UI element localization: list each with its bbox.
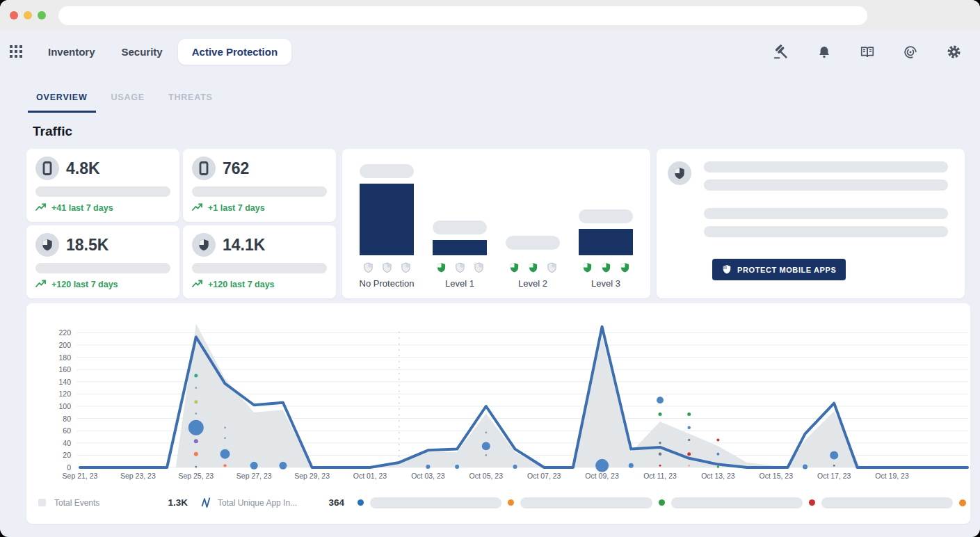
level-bar xyxy=(433,240,487,255)
skeleton-bar xyxy=(35,263,170,273)
scatter-point xyxy=(659,442,661,444)
shield-gray-icon xyxy=(455,262,465,273)
y-tick-label: 60 xyxy=(63,426,71,435)
stat-card-apps-total: 4.8K +41 last 7 days xyxy=(26,149,179,222)
x-tick-label: Oct 15, 23 xyxy=(760,472,794,480)
legend-skeleton-item xyxy=(358,497,501,508)
traffic-chart-card: 020406080100120140160180200220Sep 21, 23… xyxy=(26,303,970,524)
skeleton-line xyxy=(704,179,948,191)
x-tick-label: Oct 03, 23 xyxy=(411,472,445,480)
shield-green-icon xyxy=(601,262,611,273)
legend-skeleton-item xyxy=(659,497,803,508)
scatter-point xyxy=(188,420,204,435)
trend-label: +120 last 7 days xyxy=(208,280,275,289)
trend-up-icon xyxy=(35,202,47,214)
page-title: Traffic xyxy=(33,124,980,139)
stat-card-protected-total: 18.5K +120 last 7 days xyxy=(26,225,179,298)
scatter-point xyxy=(485,454,488,456)
nav-item-active-protection[interactable]: Active Protection xyxy=(178,39,291,65)
level-label: No Protection xyxy=(360,278,415,289)
book-icon[interactable] xyxy=(859,44,876,61)
y-tick-label: 220 xyxy=(58,328,71,337)
scatter-point xyxy=(223,464,226,467)
shield-gray-icon xyxy=(547,262,557,273)
protect-mobile-apps-button[interactable]: PROTECT MOBILE APPS xyxy=(712,259,846,280)
protection-level-group: Level 1 xyxy=(425,149,495,298)
x-tick-label: Sep 25, 23 xyxy=(178,472,214,480)
app-navbar: Inventory Security Active Protection xyxy=(0,31,980,72)
shield-green-icon xyxy=(436,262,447,273)
x-tick-label: Sep 27, 23 xyxy=(236,472,272,480)
x-tick-label: Oct 09, 23 xyxy=(585,472,619,480)
nav-item-security[interactable]: Security xyxy=(122,46,163,58)
scatter-point xyxy=(716,438,719,441)
scatter-point xyxy=(629,463,634,468)
zoom-window-button[interactable] xyxy=(38,11,46,19)
shield-icon xyxy=(192,233,216,257)
scatter-point xyxy=(485,432,488,434)
legend-skeleton-item xyxy=(809,497,953,508)
scatter-point xyxy=(657,396,664,403)
scatter-point xyxy=(224,437,226,439)
y-tick-label: 140 xyxy=(58,378,71,386)
legend-dot xyxy=(809,499,815,506)
scatter-point xyxy=(595,459,609,472)
shield-gray-icon xyxy=(474,262,484,273)
scatter-point xyxy=(482,442,490,450)
scatter-point xyxy=(687,412,691,416)
skeleton-pill xyxy=(520,497,652,508)
button-label: PROTECT MOBILE APPS xyxy=(737,266,836,274)
scatter-point xyxy=(513,465,517,469)
gear-icon[interactable] xyxy=(945,44,962,61)
apps-grid-icon[interactable] xyxy=(10,45,23,58)
x-tick-label: Oct 07, 23 xyxy=(527,472,561,480)
gavel-icon[interactable] xyxy=(773,44,789,61)
y-tick-label: 0 xyxy=(67,463,71,472)
scatter-point xyxy=(194,374,198,378)
x-tick-label: Oct 19, 23 xyxy=(875,472,909,480)
shield-green-icon xyxy=(620,262,630,273)
scatter-point xyxy=(194,452,198,456)
tab-bar: OVERVIEW USAGE THREATS xyxy=(28,87,980,113)
skeleton-pill xyxy=(506,236,560,250)
stat-card-protected-active: 14.1K +120 last 7 days xyxy=(183,225,336,298)
tab-overview[interactable]: OVERVIEW xyxy=(28,87,96,113)
scatter-point xyxy=(194,400,198,403)
x-tick-label: Oct 13, 23 xyxy=(701,472,735,480)
nav-item-inventory[interactable]: Inventory xyxy=(48,46,95,58)
address-bar[interactable] xyxy=(58,6,867,25)
x-tick-label: Oct 01, 23 xyxy=(353,472,387,480)
tab-threats[interactable]: THREATS xyxy=(160,87,221,113)
stat-value: 14.1K xyxy=(223,236,265,255)
level-label: Level 1 xyxy=(445,278,474,289)
shield-rating xyxy=(582,262,630,273)
tab-usage[interactable]: USAGE xyxy=(103,87,153,113)
x-tick-label: Oct 11, 23 xyxy=(643,472,677,480)
mobile-icon xyxy=(192,157,216,180)
shield-gray-icon xyxy=(401,262,411,273)
y-tick-label: 80 xyxy=(63,415,71,423)
legend-item-unique-installs[interactable]: Total Unique App In... 364 xyxy=(201,497,351,508)
level-bar xyxy=(579,229,633,255)
legend-item-total-events[interactable]: Total Events 1.3K xyxy=(38,497,195,508)
legend-value: 364 xyxy=(328,497,351,508)
trend-up-icon xyxy=(35,279,47,290)
minimize-window-button[interactable] xyxy=(24,11,32,19)
bell-icon[interactable] xyxy=(816,44,833,61)
skeleton-bar xyxy=(192,186,327,197)
scatter-point xyxy=(195,466,198,468)
y-tick-label: 160 xyxy=(58,365,71,374)
radar-icon[interactable] xyxy=(902,44,919,61)
shield-gray-icon xyxy=(382,262,392,273)
skeleton-line xyxy=(704,161,948,173)
shield-rating xyxy=(436,262,484,273)
scatter-point xyxy=(426,465,430,469)
scatter-point xyxy=(250,462,258,470)
close-window-button[interactable] xyxy=(10,11,18,19)
legend-dot xyxy=(959,499,966,506)
stat-value: 18.5K xyxy=(66,236,109,255)
x-tick-label: Sep 29, 23 xyxy=(294,472,330,480)
skeleton-pill xyxy=(433,221,487,234)
scatter-point xyxy=(688,426,691,429)
scatter-point xyxy=(830,451,838,459)
